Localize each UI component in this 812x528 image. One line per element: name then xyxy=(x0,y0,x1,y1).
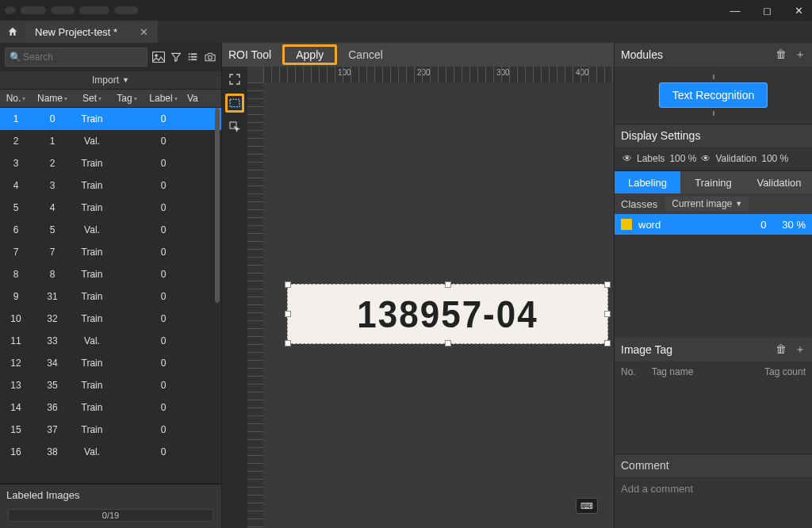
roi-handle[interactable] xyxy=(604,281,611,288)
maximize-button[interactable]: ◻ xyxy=(758,5,776,17)
classes-scope-dropdown[interactable]: Current image▼ xyxy=(665,197,749,211)
close-button[interactable]: ✕ xyxy=(790,5,807,17)
class-count: 0 xyxy=(760,219,766,231)
chevron-down-icon: ▼ xyxy=(122,76,129,84)
menu-placeholder[interactable] xyxy=(114,6,138,14)
menu-placeholder[interactable] xyxy=(79,6,109,14)
image-tag-columns: No. Tag name Tag count xyxy=(615,362,812,382)
tabbar: New Project-test * ✕ xyxy=(0,21,812,43)
table-body: 10Train021Val.032Train043Train054Train06… xyxy=(0,108,221,484)
col-no[interactable]: No.▾ xyxy=(0,93,32,104)
comment-input[interactable]: Add a comment xyxy=(615,476,812,501)
table-row[interactable]: 1032Train0 xyxy=(0,308,221,330)
table-row[interactable]: 88Train0 xyxy=(0,263,221,285)
menu-placeholder[interactable] xyxy=(21,6,46,14)
roi-handle[interactable] xyxy=(285,281,291,288)
comment-header: Comment xyxy=(615,454,812,476)
trash-icon[interactable]: 🗑 xyxy=(776,342,787,357)
svg-rect-4 xyxy=(189,56,190,58)
table-row[interactable]: 1335Train0 xyxy=(0,374,221,396)
col-name[interactable]: Name▾ xyxy=(32,93,73,104)
add-icon[interactable]: ＋ xyxy=(795,48,806,62)
roi-handle[interactable] xyxy=(285,311,291,317)
tool-name: ROI Tool xyxy=(228,48,271,61)
app-icon xyxy=(5,6,16,14)
table-row[interactable]: 21Val.0 xyxy=(0,130,221,152)
class-pct: 30 % xyxy=(782,219,806,231)
roi-handle[interactable] xyxy=(604,311,611,317)
col-set[interactable]: Set▾ xyxy=(73,93,111,104)
table-row[interactable]: 931Train0 xyxy=(0,285,221,308)
class-name: word xyxy=(638,219,661,231)
canvas-area[interactable]: 100 200 300 400 138957-04 xyxy=(247,67,614,528)
add-icon[interactable]: ＋ xyxy=(795,342,806,357)
left-panel: 🔍 Import ▼ No.▾ Name▾ Set▾ Tag▾ Label▾ V… xyxy=(0,43,222,528)
roi-handle[interactable] xyxy=(445,281,451,288)
import-button[interactable]: Import ▼ xyxy=(0,71,221,89)
table-row[interactable]: 1133Val.0 xyxy=(0,330,221,352)
module-connector xyxy=(713,75,714,79)
roi-handle[interactable] xyxy=(604,340,611,346)
table-row[interactable]: 1234Train0 xyxy=(0,352,221,374)
text-recognition-module[interactable]: Text Recognition xyxy=(659,82,768,108)
svg-rect-5 xyxy=(191,56,197,58)
keyboard-icon[interactable]: ⌨ xyxy=(576,498,598,514)
tab-training[interactable]: Training xyxy=(680,171,746,193)
project-tab-label: New Project-test * xyxy=(35,26,117,38)
filter-icon[interactable] xyxy=(170,50,182,64)
table-row[interactable]: 1436Train0 xyxy=(0,396,221,419)
list-icon[interactable] xyxy=(187,50,200,64)
roi-selection[interactable]: 138957-04 xyxy=(287,284,608,344)
scrollbar-thumb[interactable] xyxy=(215,108,220,303)
svg-rect-6 xyxy=(189,59,190,60)
right-tabbar: Labeling Training Validation xyxy=(615,171,812,193)
classes-header: Classes Current image▼ xyxy=(615,193,812,214)
rect-select-tool[interactable] xyxy=(225,94,244,113)
search-input[interactable] xyxy=(5,48,147,67)
sample-image-text: 138957-04 xyxy=(357,293,538,336)
table-row[interactable]: 77Train0 xyxy=(0,241,221,263)
table-row[interactable]: 54Train0 xyxy=(0,197,221,219)
minimize-button[interactable]: — xyxy=(726,5,744,17)
eye-icon[interactable]: 👁 xyxy=(622,153,632,164)
import-label: Import xyxy=(92,75,119,86)
table-row[interactable]: 10Train0 xyxy=(0,108,221,130)
progress-bar: 0/19 xyxy=(8,509,213,522)
right-panel: Modules 🗑 ＋ Text Recognition Display Set… xyxy=(614,43,812,528)
svg-rect-3 xyxy=(191,53,197,55)
table-row[interactable]: 43Train0 xyxy=(0,174,221,197)
col-va[interactable]: Va xyxy=(184,93,221,104)
trash-icon[interactable]: 🗑 xyxy=(776,48,787,62)
table-header: No.▾ Name▾ Set▾ Tag▾ Label▾ Va xyxy=(0,89,221,108)
pointer-tool[interactable] xyxy=(225,117,244,136)
home-button[interactable] xyxy=(0,21,25,43)
apply-button[interactable]: Apply xyxy=(282,44,337,65)
ruler-vertical xyxy=(247,82,263,528)
col-tag[interactable]: Tag▾ xyxy=(111,93,143,104)
modules-header: Modules 🗑 ＋ xyxy=(615,43,812,67)
cancel-button[interactable]: Cancel xyxy=(348,48,383,61)
menu-placeholder[interactable] xyxy=(51,6,75,14)
roi-handle[interactable] xyxy=(285,340,291,346)
tab-labeling[interactable]: Labeling xyxy=(615,171,680,193)
labeled-images-head: Labeled Images xyxy=(0,484,221,506)
table-row[interactable]: 32Train0 xyxy=(0,152,221,174)
col-label[interactable]: Label▾ xyxy=(143,93,184,104)
class-color-swatch xyxy=(621,219,632,230)
image-tag-header: Image Tag 🗑 ＋ xyxy=(615,338,812,362)
search-icon: 🔍 xyxy=(10,52,21,63)
tab-close-icon[interactable]: ✕ xyxy=(140,26,148,38)
roi-handle[interactable] xyxy=(445,340,451,346)
image-grid-icon[interactable] xyxy=(152,50,165,64)
table-row[interactable]: 65Val.0 xyxy=(0,219,221,241)
svg-point-8 xyxy=(209,55,213,59)
eye-icon[interactable]: 👁 xyxy=(701,153,710,164)
project-tab[interactable]: New Project-test * ✕ xyxy=(25,21,158,43)
table-row[interactable]: 1537Train0 xyxy=(0,419,221,441)
camera-icon[interactable] xyxy=(204,50,216,64)
fullscreen-tool[interactable] xyxy=(225,70,244,89)
class-row[interactable]: word 0 30 % xyxy=(615,214,812,235)
svg-point-1 xyxy=(155,55,157,56)
tab-validation[interactable]: Validation xyxy=(746,171,812,193)
table-row[interactable]: 1638Val.0 xyxy=(0,441,221,463)
